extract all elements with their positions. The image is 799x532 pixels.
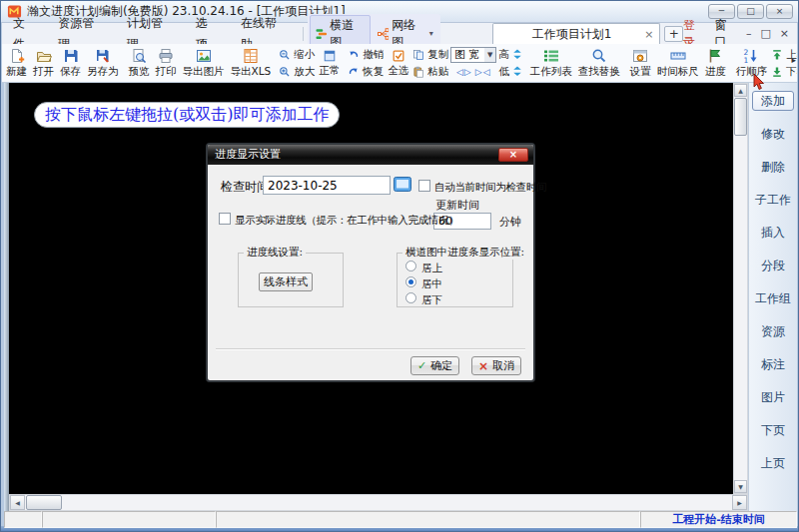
export-xls-button[interactable]: 导出XLS	[228, 45, 275, 81]
update-time-label: 更新时间	[435, 198, 479, 213]
print-button[interactable]: 打印	[153, 45, 180, 81]
time-ruler-label: 时间标尺	[657, 65, 699, 79]
zoom-in-button[interactable]: 放大	[279, 64, 315, 79]
zoom-stack: 缩小 放大	[278, 45, 316, 81]
minimize-icon: ─	[719, 6, 724, 16]
toolbar-overflow-icon[interactable]: ▸	[791, 55, 796, 65]
gear-icon	[632, 48, 648, 64]
clipboard-stack: 复制 粘贴	[411, 45, 449, 81]
redo-button[interactable]: 恢复	[348, 64, 384, 79]
work-list-icon	[543, 48, 559, 64]
horizontal-scrollbar[interactable]: ◀ ▶	[9, 494, 748, 511]
dialog-close-icon: ×	[509, 149, 517, 160]
sidebar-item-image[interactable]: 图片	[752, 387, 794, 407]
app-window: 瀚文进度计划编制(免费版) 23.10.24.16 - [工作项目计划1] ─ …	[0, 0, 799, 532]
work-list-button[interactable]: 工作列表	[527, 45, 575, 81]
zoom-out-button[interactable]: 缩小	[279, 47, 315, 62]
mdi-minimize-icon[interactable]: –	[746, 27, 752, 40]
time-ruler-button[interactable]: 时间标尺	[654, 45, 702, 81]
dialog-title: 进度显示设置	[215, 148, 281, 161]
tab-close-icon[interactable]: ×	[644, 28, 653, 41]
plus-icon: +	[669, 27, 679, 41]
mdi-close-icon[interactable]: ×	[780, 27, 789, 40]
narrow-button[interactable]: ◁▷	[456, 67, 472, 77]
menu-bar: 文件 资源管理 计划管理 选项 在线帮助 横道图	[2, 23, 797, 44]
taller-button[interactable]: 高	[498, 47, 522, 62]
vertical-scroll-thumb[interactable]	[734, 98, 747, 136]
dropdown-arrow-icon[interactable]: ▼	[484, 48, 495, 62]
save-as-label: 另存为	[87, 65, 119, 79]
open-button[interactable]: 打开	[30, 45, 57, 81]
undo-button[interactable]: 撤销	[348, 47, 384, 62]
flag-icon	[707, 48, 723, 64]
sidebar-item-workgroup[interactable]: 工作组	[752, 288, 794, 308]
sidebar-item-modify[interactable]: 修改	[752, 124, 794, 144]
progress-button[interactable]: 进度	[702, 45, 729, 81]
svg-text:1: 1	[744, 55, 749, 64]
sidebar-item-resource[interactable]: 资源	[752, 321, 794, 341]
copy-button[interactable]: 复制	[412, 47, 448, 62]
widen-button[interactable]: ▷◁	[475, 67, 491, 77]
position-middle-label: 居中	[421, 277, 442, 291]
sidebar-item-segment[interactable]: 分段	[752, 256, 794, 275]
position-middle-radio[interactable]	[405, 276, 416, 287]
paste-button[interactable]: 粘贴	[412, 64, 448, 79]
preview-button[interactable]: 预览	[126, 45, 153, 81]
line-style-button[interactable]: 线条样式	[259, 272, 313, 291]
zoom-out-label: 缩小	[294, 48, 315, 62]
save-floppy-icon	[63, 48, 79, 64]
document-tab[interactable]: 工作项目计划1 ×	[492, 23, 661, 44]
taller-label: 高	[498, 48, 509, 62]
undo-stack: 撤销 恢复	[347, 45, 385, 81]
open-folder-icon	[36, 48, 52, 64]
cancel-button[interactable]: × 取消	[471, 356, 521, 375]
save-as-button[interactable]: 另存为	[84, 45, 122, 81]
sidebar-item-next-page[interactable]: 下页	[752, 420, 794, 440]
sidebar-item-add[interactable]: 添加	[752, 91, 794, 111]
line-settings-group: 进度线设置: 线条样式	[238, 253, 344, 307]
scroll-right-button[interactable]: ▶	[732, 495, 747, 510]
save-button[interactable]: 保存	[57, 45, 84, 81]
sidebar-item-insert[interactable]: 插入	[752, 223, 794, 243]
scroll-down-button[interactable]: ▼	[734, 480, 747, 493]
search-icon	[591, 48, 607, 64]
dialog-close-button[interactable]: ×	[498, 148, 528, 162]
dialog-title-bar[interactable]: 进度显示设置 ×	[208, 145, 533, 165]
check-time-input[interactable]	[263, 176, 391, 195]
bar-position-group-label: 横道图中进度条显示位置:	[402, 246, 527, 260]
width-dropdown[interactable]: 图 宽 ▼	[450, 47, 496, 63]
sidebar-item-annotation[interactable]: 标注	[752, 354, 794, 374]
normal-zoom-button[interactable]: 正常	[316, 45, 343, 81]
mdi-restore-icon[interactable]: □	[760, 27, 770, 40]
save-label: 保存	[60, 65, 81, 79]
select-all-button[interactable]: 全选	[385, 45, 411, 81]
position-top-radio[interactable]	[405, 261, 416, 271]
shorter-button[interactable]: 低	[498, 64, 522, 79]
settings-button[interactable]: 设置	[627, 45, 654, 81]
export-xls-label: 导出XLS	[231, 65, 272, 79]
position-bottom-radio[interactable]	[405, 292, 416, 303]
position-top-label: 居上	[421, 262, 442, 275]
new-button[interactable]: 新建	[3, 45, 30, 81]
shorter-label: 低	[498, 65, 509, 79]
find-replace-button[interactable]: 查找替换	[575, 45, 623, 81]
line-style-label: 线条样式	[264, 274, 308, 289]
sidebar-item-subwork[interactable]: 子工作	[752, 190, 794, 210]
gantt-icon	[316, 28, 328, 40]
date-picker-button[interactable]	[394, 177, 411, 193]
horizontal-scroll-thumb[interactable]	[26, 495, 62, 510]
new-document-icon	[9, 48, 25, 64]
auto-check-time-checkbox[interactable]	[418, 180, 430, 192]
move-down-label: 下移	[786, 65, 797, 79]
add-tab-button[interactable]: +	[664, 26, 683, 42]
vertical-scrollbar[interactable]: ▲ ▼	[733, 83, 748, 494]
scroll-up-button[interactable]: ▲	[734, 84, 747, 97]
show-actual-line-checkbox[interactable]	[219, 213, 231, 225]
scroll-left-button[interactable]: ◀	[10, 495, 25, 510]
ok-button[interactable]: ✓ 确定	[410, 356, 459, 375]
sidebar-item-prev-page[interactable]: 上页	[752, 453, 794, 473]
move-down-button[interactable]: 下移	[771, 64, 797, 79]
export-image-button[interactable]: 导出图片	[180, 45, 228, 81]
sidebar-item-delete[interactable]: 删除	[752, 157, 794, 177]
chevron-down-icon[interactable]: ▾	[429, 29, 433, 38]
